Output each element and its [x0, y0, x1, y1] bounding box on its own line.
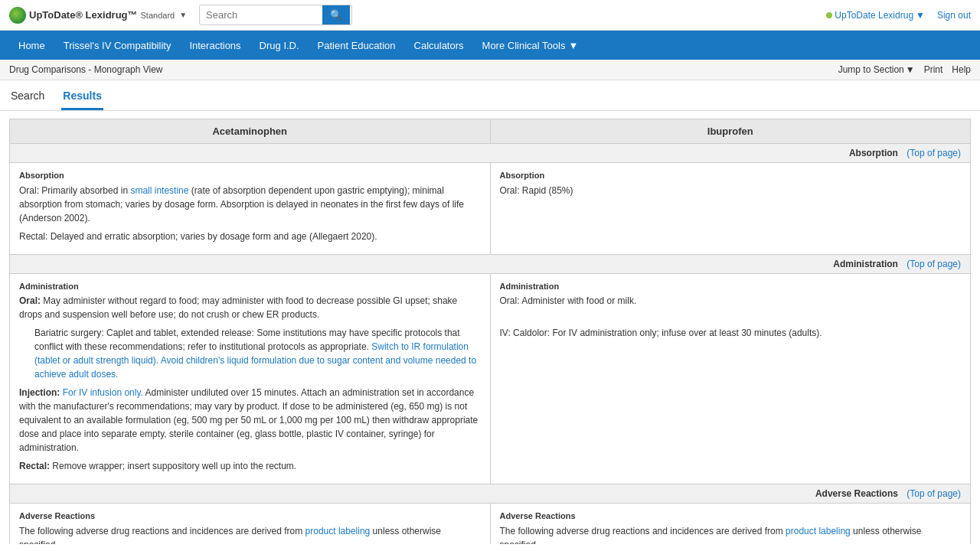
adverse-reactions-label: Adverse Reactions — [815, 488, 898, 499]
absorption-col1: Absorption Oral: Primarily absorbed in s… — [10, 163, 491, 255]
tabs: Search Results — [0, 80, 980, 111]
iv-infusion-link[interactable]: For IV infusion only. — [63, 387, 143, 398]
jump-chevron-icon: ▼ — [906, 64, 915, 75]
logo[interactable]: UpToDate® Lexidrug™ Standard ▼ — [9, 7, 187, 24]
uptodatelexidrug-label: UpToDate Lexidrug — [835, 10, 913, 21]
product-labeling-link-col2[interactable]: product labeling — [786, 526, 851, 536]
adverse-reactions-col2-label: Adverse Reactions — [500, 510, 962, 523]
adverse-reactions-col2: Adverse Reactions The following adverse … — [490, 504, 971, 545]
absorption-col2-text: Oral: Rapid (85%) — [500, 184, 962, 197]
administration-col2: Administration Oral: Administer with foo… — [490, 273, 971, 484]
breadcrumb-right: Jump to Section ▼ Print Help — [838, 64, 971, 75]
adverse-reactions-col2-text: The following adverse drug reactions and… — [500, 524, 962, 545]
nav-item-calculators[interactable]: Calculators — [405, 32, 473, 59]
breadcrumb-bar: Drug Comparisons - Monograph View Jump t… — [0, 60, 980, 80]
absorption-section-header: Absorption (Top of page) — [10, 144, 971, 163]
administration-header-cell: Administration (Top of page) — [10, 254, 971, 273]
uptodatelexidrug-dot — [826, 12, 832, 18]
absorption-col2: Absorption Oral: Rapid (85%) — [490, 163, 971, 255]
adverse-reactions-header-cell: Adverse Reactions (Top of page) — [10, 484, 971, 504]
header: UpToDate® Lexidrug™ Standard ▼ 🔍 UpToDat… — [0, 0, 980, 31]
adverse-reactions-col1-label: Adverse Reactions — [19, 510, 481, 523]
search-bar: 🔍 — [199, 5, 352, 25]
jump-to-section-link[interactable]: Jump to Section ▼ — [838, 64, 915, 75]
uptodatelexidrug-chevron-icon: ▼ — [916, 10, 925, 21]
print-link[interactable]: Print — [924, 64, 943, 75]
table-header-row: Acetaminophen Ibuprofen — [10, 119, 971, 144]
small-intestine-link[interactable]: small intestine — [130, 185, 188, 196]
absorption-col1-text: Oral: Primarily absorbed in small intest… — [19, 184, 481, 243]
col1-header: Acetaminophen — [10, 119, 491, 144]
adverse-reactions-content-row: Adverse Reactions The following adverse … — [10, 504, 971, 545]
administration-col1-label: Administration — [19, 280, 481, 293]
absorption-content-row: Absorption Oral: Primarily absorbed in s… — [10, 163, 971, 255]
administration-top-of-page-link[interactable]: (Top of page) — [906, 259, 961, 269]
administration-label: Administration — [833, 259, 898, 269]
product-labeling-link-col1[interactable]: product labeling — [305, 526, 371, 536]
tab-results[interactable]: Results — [61, 86, 103, 110]
administration-col1-text: Oral: May administer without regard to f… — [19, 294, 481, 473]
adverse-reactions-col1-text: The following adverse drug reactions and… — [19, 524, 481, 545]
nav-item-drugid[interactable]: Drug I.D. — [250, 32, 309, 59]
search-button[interactable]: 🔍 — [322, 5, 350, 24]
help-link[interactable]: Help — [952, 64, 971, 75]
scroll-container: Acetaminophen Ibuprofen Absorption (Top … — [0, 111, 980, 544]
compare-table: Acetaminophen Ibuprofen Absorption (Top … — [9, 119, 971, 544]
jump-to-section-label: Jump to Section — [838, 64, 904, 75]
main-content: Acetaminophen Ibuprofen Absorption (Top … — [0, 111, 980, 544]
nav-item-home[interactable]: Home — [9, 32, 54, 59]
nav-item-interactions[interactable]: Interactions — [180, 32, 250, 59]
absorption-col2-label: Absorption — [500, 169, 962, 182]
breadcrumb-text: Drug Comparisons - Monograph View — [9, 64, 163, 75]
tab-search[interactable]: Search — [9, 86, 46, 110]
administration-col1: Administration Oral: May administer with… — [10, 273, 491, 484]
search-input[interactable] — [200, 6, 322, 24]
nav-item-trisseliv[interactable]: Trissel's IV Compatibility — [54, 32, 181, 59]
administration-col2-text: Oral: Administer with food or milk. IV: … — [500, 294, 962, 340]
main-nav: Home Trissel's IV Compatibility Interact… — [0, 31, 980, 60]
logo-icon — [9, 7, 26, 24]
nav-item-moreclinicaltools[interactable]: More Clinical Tools ▼ — [473, 32, 588, 59]
administration-section-header: Administration (Top of page) — [10, 254, 971, 273]
col2-header: Ibuprofen — [490, 119, 971, 144]
logo-chevron-icon[interactable]: ▼ — [179, 11, 187, 19]
header-right: UpToDate Lexidrug ▼ Sign out — [826, 10, 971, 21]
absorption-col1-label: Absorption — [19, 169, 481, 182]
logo-plan: Standard — [141, 11, 175, 20]
administration-col2-label: Administration — [500, 280, 962, 293]
adverse-reactions-col1: Adverse Reactions The following adverse … — [10, 504, 491, 545]
adverse-reactions-top-of-page-link[interactable]: (Top of page) — [906, 488, 961, 499]
logo-text: UpToDate® Lexidrug™ — [29, 9, 138, 21]
absorption-top-of-page-link[interactable]: (Top of page) — [906, 148, 961, 158]
absorption-label: Absorption — [849, 148, 898, 158]
uptodatelexidrug-link[interactable]: UpToDate Lexidrug ▼ — [826, 10, 925, 21]
signout-link[interactable]: Sign out — [937, 10, 971, 21]
absorption-header-cell: Absorption (Top of page) — [10, 144, 971, 163]
adverse-reactions-section-header: Adverse Reactions (Top of page) — [10, 484, 971, 504]
nav-item-patienteducation[interactable]: Patient Education — [309, 32, 405, 59]
more-clinical-chevron-icon: ▼ — [568, 40, 578, 51]
administration-content-row: Administration Oral: May administer with… — [10, 273, 971, 484]
